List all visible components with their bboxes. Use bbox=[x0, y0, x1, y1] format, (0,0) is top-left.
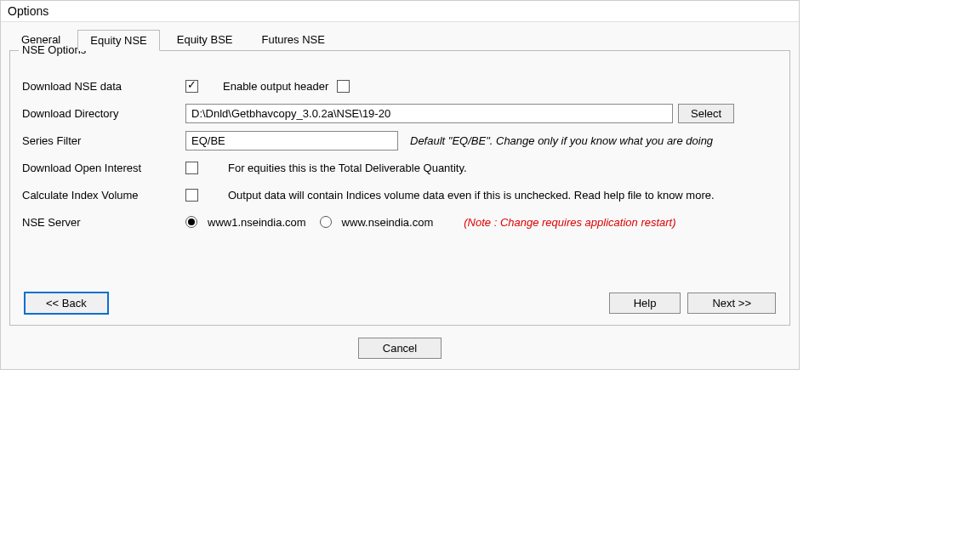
download-oi-checkbox[interactable] bbox=[185, 162, 198, 174]
next-button[interactable]: Next >> bbox=[687, 293, 776, 314]
help-button[interactable]: Help bbox=[609, 293, 681, 314]
tab-equity-bse[interactable]: Equity BSE bbox=[165, 30, 245, 51]
cancel-button[interactable]: Cancel bbox=[358, 338, 442, 359]
row-download-nse: Download NSE data Enable output header bbox=[22, 76, 778, 96]
tab-futures-nse[interactable]: Futures NSE bbox=[250, 30, 337, 51]
enable-header-label: Enable output header bbox=[223, 80, 328, 93]
download-nse-checkbox[interactable] bbox=[185, 80, 198, 93]
calc-index-desc: Output data will contain Indices volume … bbox=[228, 189, 715, 202]
download-oi-label: Download Open Interest bbox=[22, 162, 185, 174]
row-download-oi: Download Open Interest For equities this… bbox=[22, 157, 778, 178]
select-directory-button[interactable]: Select bbox=[678, 104, 734, 123]
row-calc-index: Calculate Index Volume Output data will … bbox=[22, 185, 778, 205]
calc-index-checkbox[interactable] bbox=[185, 189, 198, 202]
server1-radio[interactable] bbox=[185, 216, 197, 228]
server2-radio[interactable] bbox=[320, 216, 332, 228]
server2-label: www.nseindia.com bbox=[342, 216, 434, 229]
window-title: Options bbox=[1, 1, 799, 22]
back-button[interactable]: << Back bbox=[24, 292, 109, 315]
server1-label: www1.nseindia.com bbox=[208, 216, 306, 229]
button-row: << Back Help Next >> bbox=[22, 292, 778, 315]
row-series-filter: Series Filter Default "EQ/BE". Change on… bbox=[22, 130, 778, 151]
enable-header-checkbox[interactable] bbox=[337, 80, 350, 93]
download-dir-label: Download Directory bbox=[22, 107, 185, 120]
download-nse-label: Download NSE data bbox=[22, 80, 185, 93]
tab-bar: General Equity NSE Equity BSE Futures NS… bbox=[9, 29, 790, 50]
download-oi-desc: For equities this is the Total Deliverab… bbox=[228, 162, 467, 174]
tab-general[interactable]: General bbox=[9, 30, 72, 51]
calc-index-label: Calculate Index Volume bbox=[22, 189, 185, 202]
tab-equity-nse[interactable]: Equity NSE bbox=[77, 30, 159, 51]
series-filter-label: Series Filter bbox=[22, 134, 185, 147]
series-filter-input[interactable] bbox=[185, 131, 398, 151]
options-window: Options General Equity NSE Equity BSE Fu… bbox=[0, 0, 800, 370]
series-filter-hint: Default "EQ/BE". Change only if you know… bbox=[410, 134, 713, 147]
cancel-row: Cancel bbox=[9, 338, 790, 359]
download-dir-input[interactable] bbox=[185, 104, 673, 123]
row-nse-server: NSE Server www1.nseindia.com www.nseindi… bbox=[22, 212, 778, 232]
nse-server-label: NSE Server bbox=[22, 216, 185, 229]
window-content: General Equity NSE Equity BSE Futures NS… bbox=[1, 22, 799, 369]
row-download-dir: Download Directory Select bbox=[22, 103, 778, 123]
nse-options-fieldset: NSE Options Download NSE data Enable out… bbox=[9, 50, 790, 326]
server-restart-note: (Note : Change requires application rest… bbox=[464, 216, 675, 229]
